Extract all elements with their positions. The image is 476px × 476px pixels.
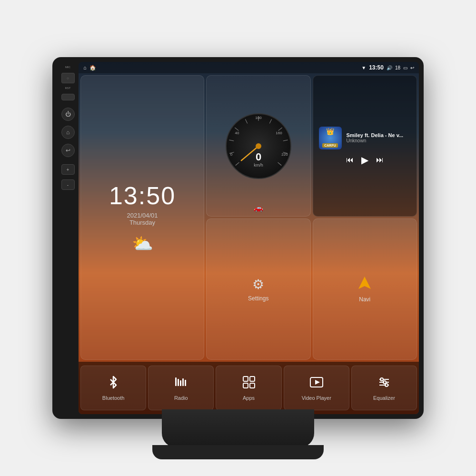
crown-icon: 👑 bbox=[326, 128, 334, 135]
music-widget[interactable]: 👑 CARFU Smiley ft. Delia - Ne v... Unkno… bbox=[313, 75, 417, 217]
settings-icon: ⚙ bbox=[252, 277, 264, 292]
home-button[interactable]: ⌂ bbox=[61, 126, 75, 139]
settings-widget[interactable]: ⚙ Settings bbox=[206, 218, 311, 360]
back-icon: ↩ bbox=[410, 65, 414, 70]
rst-button[interactable] bbox=[61, 94, 75, 100]
status-left-icons: ⌂ 🏠 bbox=[83, 65, 96, 71]
navi-widget[interactable]: Navi bbox=[313, 218, 417, 360]
clock-day: Thursday bbox=[129, 219, 155, 226]
speedometer-svg: 0 40 100 160 220 0 km/h bbox=[223, 110, 294, 182]
svg-rect-23 bbox=[178, 379, 179, 386]
settings-label: Settings bbox=[248, 295, 268, 302]
battery-icon: ▭ bbox=[403, 65, 407, 70]
rst-label: RST bbox=[65, 87, 71, 89]
home-icon: ⌂ bbox=[83, 65, 87, 71]
music-top: 👑 CARFU Smiley ft. Delia - Ne v... Unkno… bbox=[319, 127, 411, 149]
back-button[interactable]: ↩ bbox=[61, 144, 75, 157]
side-controls: MIC ○ RST ⏻ ⌂ ↩ + - bbox=[57, 62, 79, 414]
navi-icon bbox=[357, 276, 372, 293]
car-head-unit: MIC ○ RST ⏻ ⌂ ↩ + - ⌂ 🏠 ▼ 13:50 bbox=[52, 57, 424, 419]
music-title: Smiley ft. Delia - Ne v... bbox=[347, 132, 411, 138]
video-player-icon bbox=[310, 376, 323, 392]
car-icon: 🚗 bbox=[254, 203, 263, 212]
status-time: 13:50 bbox=[369, 64, 384, 71]
play-button[interactable]: ▶ bbox=[361, 154, 368, 166]
svg-rect-24 bbox=[180, 380, 181, 386]
wifi-icon: ▼ bbox=[361, 65, 366, 70]
bottom-bar: Bluetooth Rad bbox=[79, 362, 419, 414]
power-button[interactable]: ⏻ bbox=[61, 108, 75, 121]
device-stand-base bbox=[152, 445, 324, 459]
svg-text:100: 100 bbox=[255, 116, 262, 120]
main-screen: ⌂ 🏠 ▼ 13:50 🔊 18 ▭ ↩ 13:50 2021/04/01 bbox=[79, 62, 419, 414]
prev-button[interactable]: ⏮ bbox=[346, 156, 354, 164]
svg-rect-28 bbox=[250, 377, 255, 381]
volume-level: 18 bbox=[395, 65, 400, 70]
svg-text:160: 160 bbox=[276, 131, 282, 135]
music-controls: ⏮ ▶ ⏭ bbox=[346, 154, 384, 166]
clock-widget: 13:50 2021/04/01 Thursday ⛅ bbox=[80, 75, 204, 360]
screen-area: ⌂ 🏠 ▼ 13:50 🔊 18 ▭ ↩ 13:50 2021/04/01 bbox=[79, 62, 419, 414]
svg-text:0: 0 bbox=[230, 152, 233, 157]
svg-rect-22 bbox=[175, 377, 177, 386]
radio-icon bbox=[174, 376, 188, 392]
equalizer-label: Equalizer bbox=[373, 395, 395, 401]
apps-icon bbox=[242, 376, 256, 392]
device-stand bbox=[162, 409, 314, 447]
main-grid: 13:50 2021/04/01 Thursday ⛅ bbox=[79, 73, 419, 362]
equalizer-icon bbox=[377, 376, 391, 392]
svg-point-37 bbox=[380, 378, 383, 381]
vol-down-button[interactable]: - bbox=[61, 179, 75, 190]
volume-icon: 🔊 bbox=[387, 65, 392, 70]
house-icon: 🏠 bbox=[89, 65, 96, 71]
status-bar: ⌂ 🏠 ▼ 13:50 🔊 18 ▭ ↩ bbox=[79, 62, 419, 73]
radio-label: Radio bbox=[174, 395, 188, 401]
svg-text:220: 220 bbox=[281, 152, 288, 157]
svg-point-18 bbox=[256, 143, 261, 149]
svg-marker-32 bbox=[315, 380, 320, 385]
svg-text:0: 0 bbox=[256, 151, 261, 163]
mic-label: MIC bbox=[65, 66, 70, 69]
bluetooth-icon bbox=[107, 376, 120, 392]
svg-rect-26 bbox=[185, 380, 186, 386]
svg-rect-25 bbox=[182, 378, 184, 386]
svg-text:km/h: km/h bbox=[254, 163, 263, 168]
apps-label: Apps bbox=[243, 395, 255, 401]
svg-rect-27 bbox=[243, 377, 248, 381]
mic-button[interactable]: ○ bbox=[61, 73, 75, 83]
bluetooth-label: Bluetooth bbox=[102, 395, 124, 401]
next-button[interactable]: ⏭ bbox=[376, 156, 384, 164]
navi-label: Navi bbox=[359, 296, 370, 303]
video-player-button[interactable]: Video Player bbox=[284, 366, 349, 410]
clock-date: 2021/04/01 bbox=[127, 212, 158, 219]
vol-up-button[interactable]: + bbox=[61, 164, 75, 175]
video-player-label: Video Player bbox=[302, 395, 331, 401]
svg-point-34 bbox=[383, 381, 386, 384]
bluetooth-button[interactable]: Bluetooth bbox=[80, 366, 146, 410]
music-artist: Unknown bbox=[347, 138, 411, 143]
clock-time: 13:50 bbox=[109, 181, 176, 210]
weather-icon: ⛅ bbox=[132, 234, 153, 254]
svg-rect-29 bbox=[243, 383, 248, 388]
svg-marker-21 bbox=[358, 277, 371, 289]
svg-text:40: 40 bbox=[235, 131, 239, 135]
album-art: 👑 CARFU bbox=[319, 127, 342, 149]
apps-button[interactable]: Apps bbox=[216, 366, 281, 410]
svg-point-40 bbox=[385, 384, 388, 387]
speedometer-widget: 0 40 100 160 220 0 km/h bbox=[206, 75, 311, 217]
carfu-label: CARFU bbox=[322, 143, 338, 148]
music-info: Smiley ft. Delia - Ne v... Unknown bbox=[347, 132, 411, 143]
equalizer-button[interactable]: Equalizer bbox=[351, 366, 417, 410]
svg-rect-30 bbox=[250, 383, 255, 388]
radio-button[interactable]: Radio bbox=[148, 366, 214, 410]
